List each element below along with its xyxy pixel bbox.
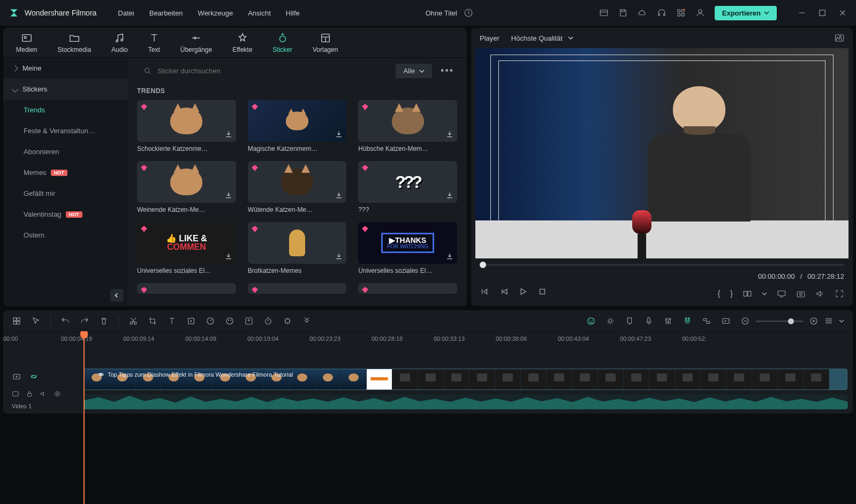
zoom-in-icon[interactable] xyxy=(809,316,819,326)
sidebar-item-trends[interactable]: Trends xyxy=(3,100,127,120)
grid-item[interactable]: Hübsche Katzen-Mem… xyxy=(358,100,457,152)
menu-datei[interactable]: Datei xyxy=(118,9,134,17)
video-clip[interactable]: Top Tipps zum Diashow Effekt in Filmora … xyxy=(84,369,847,390)
select-all-icon[interactable] xyxy=(12,316,21,326)
motion-icon[interactable] xyxy=(283,316,292,326)
history-icon[interactable] xyxy=(464,8,473,18)
play-icon[interactable] xyxy=(518,287,528,296)
tab-effekte[interactable]: Effekte xyxy=(232,32,252,54)
tab-medien[interactable]: Medien xyxy=(16,32,37,54)
download-icon[interactable] xyxy=(224,252,233,261)
fullscreen-icon[interactable] xyxy=(835,289,844,299)
link-icon[interactable] xyxy=(702,316,711,326)
compare-icon[interactable] xyxy=(743,289,752,299)
timeline-ruler[interactable]: 00:00 00:00:04:19 00:00:09:14 00:00:14:0… xyxy=(3,332,853,353)
chevron-down-icon[interactable] xyxy=(762,291,767,296)
cut-icon[interactable] xyxy=(128,316,138,326)
download-icon[interactable] xyxy=(335,130,343,139)
grid-item[interactable]: Magische Katzenmem… xyxy=(248,100,347,152)
display-icon[interactable] xyxy=(777,289,786,299)
ai-icon[interactable] xyxy=(586,316,596,326)
snapshot-icon[interactable] xyxy=(796,289,806,299)
download-icon[interactable] xyxy=(445,252,454,261)
mark-out-icon[interactable]: } xyxy=(730,289,733,299)
tab-sticker[interactable]: Sticker xyxy=(272,32,292,54)
sidebar-item-ostern[interactable]: Ostern xyxy=(3,225,127,246)
pointer-icon[interactable] xyxy=(31,316,41,326)
audio-waveform[interactable] xyxy=(84,394,847,409)
download-icon[interactable] xyxy=(224,130,233,139)
grid-item[interactable]: Weinende Katzen-Me… xyxy=(137,161,236,213)
sidebar-item-valentinstag[interactable]: ValentinstagHOT xyxy=(3,204,127,225)
grid-item[interactable]: ▶THANKSFOR WATCHINGUniverselles soziales… xyxy=(358,222,457,274)
mark-in-icon[interactable]: { xyxy=(717,289,720,299)
marker-icon[interactable] xyxy=(625,316,634,326)
zoom-out-icon[interactable] xyxy=(740,316,750,326)
more-tools-icon[interactable] xyxy=(302,316,312,326)
sidebar-group-stickers[interactable]: Stickers xyxy=(3,79,127,100)
menu-werkzeuge[interactable]: Werkzeuge xyxy=(198,9,233,17)
search-box[interactable] xyxy=(137,64,390,79)
download-icon[interactable] xyxy=(224,191,233,200)
collapse-sidebar-button[interactable] xyxy=(110,289,123,302)
player-progress[interactable] xyxy=(480,264,844,266)
menu-ansicht[interactable]: Ansicht xyxy=(248,9,271,17)
keyframe-icon[interactable] xyxy=(186,316,196,326)
prev-frame-icon[interactable] xyxy=(480,287,489,296)
color-icon[interactable] xyxy=(225,316,234,326)
volume-icon[interactable] xyxy=(815,289,825,299)
timer-icon[interactable] xyxy=(263,316,273,326)
search-input[interactable] xyxy=(157,67,384,75)
stop-icon[interactable] xyxy=(537,287,547,296)
chevron-down-icon[interactable] xyxy=(839,318,844,324)
grid-item[interactable] xyxy=(358,283,457,294)
grid-item[interactable]: ?????? xyxy=(358,161,457,213)
tab-vorlagen[interactable]: Vorlagen xyxy=(313,32,338,54)
mute-icon[interactable] xyxy=(40,390,47,398)
grid-item[interactable]: Brotkatzen-Memes xyxy=(248,222,347,274)
redo-icon[interactable] xyxy=(80,316,89,326)
grid-item[interactable]: Schockierte Katzenme… xyxy=(137,100,236,152)
download-icon[interactable] xyxy=(445,130,454,139)
greenscreen-icon[interactable] xyxy=(244,316,254,326)
speed-icon[interactable] xyxy=(206,316,215,326)
menu-bearbeiten[interactable]: Bearbeiten xyxy=(149,9,183,17)
tab-stockmedia[interactable]: Stockmedia xyxy=(57,32,91,54)
sun-icon[interactable] xyxy=(605,316,615,326)
user-icon[interactable] xyxy=(695,8,705,18)
grid-item[interactable] xyxy=(248,283,347,294)
close-icon[interactable] xyxy=(838,8,847,18)
cloud-icon[interactable] xyxy=(638,8,647,18)
text-tool-icon[interactable] xyxy=(167,316,177,326)
grid-item[interactable]: Wütende Katzen-Me… xyxy=(248,161,347,213)
download-icon[interactable] xyxy=(335,191,343,200)
sidebar-item-feste[interactable]: Feste & Veranstaltun… xyxy=(3,120,127,141)
scopes-icon[interactable] xyxy=(835,33,844,43)
preview-monitor[interactable] xyxy=(475,48,849,258)
sidebar-item-memes[interactable]: MemesHOT xyxy=(3,162,127,183)
lock-icon[interactable] xyxy=(26,390,33,398)
tab-uebergaenge[interactable]: Übergänge xyxy=(180,32,212,54)
download-icon[interactable] xyxy=(335,252,343,261)
magnet-icon[interactable] xyxy=(683,316,692,326)
mic-icon[interactable] xyxy=(644,316,654,326)
save-icon[interactable] xyxy=(618,8,628,18)
menu-hilfe[interactable]: Hilfe xyxy=(286,9,300,17)
delete-icon[interactable] xyxy=(99,316,109,326)
player-tab[interactable]: Player xyxy=(480,34,499,42)
layout-icon[interactable] xyxy=(599,8,609,18)
export-button[interactable]: Exportieren xyxy=(715,6,777,20)
eye-icon[interactable] xyxy=(54,390,61,398)
undo-icon[interactable] xyxy=(60,316,70,326)
tab-text[interactable]: Text xyxy=(148,32,160,54)
more-options-button[interactable]: ••• xyxy=(437,63,457,79)
apps-icon[interactable] xyxy=(676,8,686,18)
headphones-icon[interactable] xyxy=(657,8,666,18)
minimize-icon[interactable] xyxy=(797,8,807,18)
sidebar-group-meine[interactable]: Meine xyxy=(3,58,127,79)
play-backward-icon[interactable] xyxy=(499,287,509,296)
add-track-icon[interactable] xyxy=(12,372,21,381)
filter-dropdown[interactable]: Alle xyxy=(396,64,432,78)
sidebar-item-gefaellt[interactable]: Gefällt mir xyxy=(3,183,127,204)
download-icon[interactable] xyxy=(445,191,454,200)
